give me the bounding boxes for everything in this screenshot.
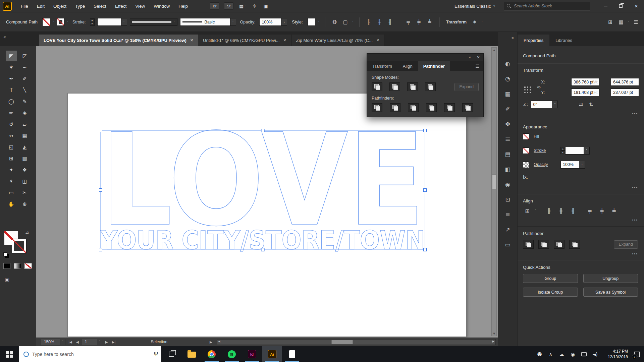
graphic-styles-panel-icon[interactable]: ⊡ — [498, 192, 517, 207]
menu-file[interactable]: File — [16, 0, 33, 12]
h-field[interactable]: 237.037 pt — [611, 88, 639, 96]
stroke-link-label[interactable]: Stroke: — [72, 20, 86, 24]
rotate-tool[interactable]: ↺ — [6, 119, 17, 130]
unite-button[interactable] — [523, 240, 534, 249]
opacity-link-label[interactable]: Opacity: — [240, 20, 256, 24]
drawing-mode-icon[interactable]: ▣ — [5, 277, 9, 283]
taskbar-search-input[interactable] — [32, 352, 151, 357]
zoom-dropdown[interactable]: ˅ — [60, 339, 65, 345]
spotify-button[interactable]: ≋ — [222, 346, 242, 362]
stroke-weight-dropdown[interactable]: ˅ — [584, 147, 590, 155]
bridge-button[interactable]: Br — [210, 2, 219, 10]
fill-swatch[interactable] — [523, 133, 529, 140]
rotate-angle-dropdown[interactable]: ˅ — [552, 101, 558, 108]
start-button[interactable] — [0, 346, 19, 362]
save-as-symbol-button[interactable]: Save as Symbol — [583, 288, 638, 297]
align-horizontal-center-icon[interactable]: ╫ — [375, 18, 383, 26]
artboard-tool[interactable]: ▭ — [6, 187, 17, 198]
opacity-panel-button[interactable]: › — [579, 161, 585, 169]
intersect-button[interactable] — [554, 240, 565, 249]
chrome-button[interactable] — [202, 346, 222, 362]
intersect-button[interactable] — [407, 82, 418, 91]
shaper-tool[interactable]: ✏ — [6, 108, 17, 118]
more-options-icon[interactable]: ••• — [632, 186, 638, 189]
swap-fill-stroke-icon[interactable]: ⇄ — [25, 230, 29, 235]
eraser-tool[interactable]: ◈ — [19, 108, 31, 118]
stepper-down-icon[interactable]: ▾ — [90, 22, 95, 26]
selected-artwork[interactable]: LOVE YOUR CITY/STORE/TOWN — [97, 126, 432, 254]
graphic-style-swatch[interactable] — [308, 18, 315, 26]
hand-tool[interactable]: ✋ — [6, 199, 17, 209]
stroke-weight-dropdown[interactable]: ˅ — [121, 18, 127, 26]
merge-button[interactable] — [408, 103, 419, 112]
align-vertical-top-icon[interactable]: ╤ — [586, 207, 594, 215]
flip-vertical-icon[interactable]: ⇅ — [589, 102, 593, 108]
opacity-field[interactable]: 100% — [259, 18, 281, 26]
lasso-tool[interactable]: ∽ — [19, 62, 31, 73]
previous-artboard-icon[interactable]: ◀ — [76, 340, 79, 344]
align-vertical-middle-icon[interactable]: ╪ — [415, 18, 423, 26]
symbol-sprayer-tool[interactable]: ✴ — [6, 176, 17, 187]
appearance-panel-icon[interactable]: ◉ — [498, 177, 517, 192]
close-panel-icon[interactable]: ✕ — [477, 55, 480, 60]
stroke-swatch[interactable] — [523, 147, 529, 154]
reference-point-locator[interactable] — [524, 86, 526, 88]
stepper-down-icon[interactable]: ▾ — [560, 150, 565, 154]
tray-status-icon[interactable]: ◉ — [567, 346, 578, 362]
minus-front-button[interactable] — [538, 240, 549, 249]
horizontal-scroll-thumb[interactable] — [331, 340, 353, 344]
zoom-field[interactable]: 150% — [41, 339, 60, 345]
dock-layout-icon[interactable]: ▦ — [617, 18, 625, 26]
line-segment-tool[interactable]: ╲ — [19, 85, 31, 96]
paintbrush-tool[interactable]: ✎ — [19, 96, 31, 107]
flip-horizontal-icon[interactable]: ⇄ — [579, 102, 583, 108]
brushes-panel-icon[interactable]: ✐ — [498, 101, 517, 116]
stepper-up-icon[interactable]: ▴ — [90, 18, 95, 22]
document-setup-icon[interactable]: ▢ — [341, 18, 349, 26]
next-artboard-icon[interactable]: ▶ — [105, 340, 108, 344]
fill-dropdown-icon[interactable]: ˅ — [53, 20, 55, 24]
divide-button[interactable] — [372, 103, 382, 112]
panel-flyout-menu-icon[interactable]: ☰ — [471, 61, 483, 71]
type-tool[interactable]: T — [6, 85, 17, 96]
brush-dropdown[interactable]: ˅ — [230, 18, 236, 26]
more-options-icon[interactable]: ••• — [632, 112, 638, 115]
horizontal-scrollbar[interactable]: ◀ ▶ — [217, 339, 496, 345]
trim-button[interactable] — [390, 103, 400, 112]
opacity-link-label[interactable]: Opacity — [534, 162, 559, 167]
tab-libraries[interactable]: Libraries — [549, 35, 578, 46]
width-profile-dropdown[interactable]: ˅ — [130, 18, 177, 26]
close-tab-icon[interactable]: ✕ — [283, 38, 286, 43]
scroll-down-icon[interactable]: ▼ — [492, 331, 496, 336]
none-button[interactable] — [25, 263, 32, 269]
people-icon[interactable]: ☻ — [534, 346, 545, 362]
volume-icon[interactable]: ◄) — [589, 346, 600, 362]
transform-link-label[interactable]: Transform — [446, 20, 467, 24]
tab-align[interactable]: Align — [397, 61, 418, 71]
document-app-button[interactable] — [282, 346, 302, 362]
close-button[interactable]: ✕ — [629, 0, 644, 12]
onedrive-icon[interactable]: ☁ — [556, 346, 567, 362]
more-options-icon[interactable]: ••• — [632, 218, 638, 222]
stroke-link-label[interactable]: Stroke — [534, 148, 559, 153]
stock-button[interactable]: St — [224, 2, 233, 10]
align-horizontal-left-icon[interactable]: ╟ — [545, 207, 553, 215]
menu-effect[interactable]: Effect — [111, 0, 131, 12]
arrange-documents-grid-icon[interactable]: ⊞ — [606, 18, 614, 26]
rotate-angle-field[interactable]: 0° — [531, 101, 552, 108]
ungroup-button[interactable]: Ungroup — [583, 274, 638, 283]
tab-pathfinder[interactable]: Pathfinder — [418, 61, 450, 71]
scale-tool[interactable]: ▱ — [19, 119, 31, 130]
restore-button[interactable] — [613, 0, 629, 12]
document-tab-untitled[interactable]: Untitled-1* @ 66% (CMYK/GPU Previ...✕ — [198, 35, 291, 46]
eyedropper-tool[interactable]: ✦ — [6, 165, 17, 175]
align-to-selection-icon[interactable]: ⊞ — [523, 207, 532, 215]
width-tool[interactable]: ↔ — [6, 130, 17, 141]
minus-back-button[interactable] — [462, 103, 473, 112]
gradient-tool[interactable]: ▨ — [19, 153, 31, 164]
asset-export-panel-icon[interactable]: ↗ — [498, 222, 517, 237]
swatches-panel-icon[interactable]: ▦ — [498, 86, 517, 101]
selection-tool[interactable]: ◤ — [6, 51, 17, 61]
isolate-group-button[interactable]: Isolate Group — [523, 288, 578, 297]
stroke-dropdown-icon[interactable]: ˅ — [67, 20, 68, 24]
